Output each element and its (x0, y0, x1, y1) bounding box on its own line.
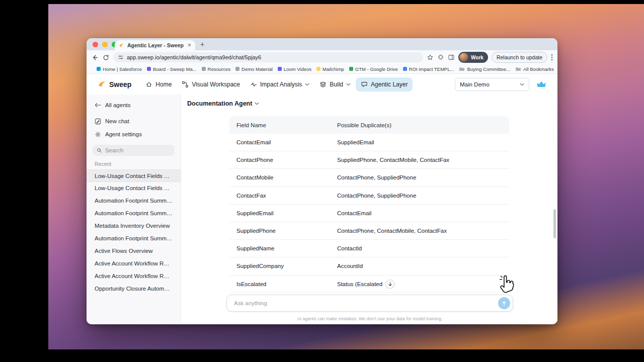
bookmark-star-icon[interactable] (427, 54, 434, 61)
new-tab-button[interactable]: + (200, 40, 204, 48)
tab-strip: Agentic Layer - Sweep × + (87, 38, 557, 50)
field-name-cell: ContactEmail (229, 139, 330, 145)
bookmark-label: Loom Videos (284, 66, 311, 72)
bookmark-favicon-icon (147, 67, 151, 71)
tune-icon[interactable] (118, 54, 124, 60)
field-name-cell: ContactPhone (229, 157, 330, 163)
table-header-cell: Field Name (229, 122, 330, 128)
scrollbar-thumb[interactable] (553, 209, 556, 238)
browser-menu-icon[interactable] (551, 54, 553, 61)
sidebar-recent-item[interactable]: Low-Usage Contact Fields Analysis (87, 169, 181, 182)
all-bookmarks-button[interactable]: All Bookmarks (515, 66, 554, 72)
sidebar-recent-item[interactable]: Opportunity Closure Automations (87, 283, 181, 295)
bookmark-item[interactable]: Home | Salesforce (97, 66, 142, 72)
bookmark-item[interactable]: Mailchimp (316, 66, 344, 72)
sidebar: All agents New chat Agent settings Recen… (87, 95, 181, 324)
sidebar-recent-item[interactable]: Automation Footprint Summary (87, 232, 181, 245)
duplicates-cell: Status (Escalated (330, 280, 509, 289)
chevron-down-icon (305, 83, 309, 86)
bookmark-label: Home | Salesforce (103, 66, 142, 72)
chat-composer (226, 295, 513, 312)
bookmark-item[interactable]: Board - Sweep Ma... (147, 66, 197, 72)
sidebar-recent-item[interactable]: Metadata Inventory Overview (87, 220, 181, 232)
window-minimize-button[interactable] (102, 42, 108, 47)
screen: Agentic Layer - Sweep × + app.sweep.io/a… (0, 0, 644, 362)
tab-close-icon[interactable]: × (188, 42, 191, 48)
table-row: SuppliedPhoneContactPhone, ContactMobile… (229, 222, 509, 240)
avatar (459, 53, 468, 62)
home-icon (145, 81, 152, 88)
extensions-puzzle-icon[interactable] (437, 54, 444, 61)
nav-label: Build (330, 81, 343, 88)
all-bookmarks-label: All Bookmarks (523, 66, 554, 72)
environment-label: Main Demo (460, 81, 490, 87)
field-name-cell: SuppliedPhone (229, 228, 330, 234)
browser-tab[interactable]: Agentic Layer - Sweep × (115, 40, 195, 50)
profile-name: Work (471, 55, 484, 60)
new-chat-button[interactable]: New chat (87, 115, 181, 128)
duplicates-text: Status (Escalated (337, 281, 382, 287)
bookmark-favicon-icon (278, 67, 282, 71)
agent-settings-button[interactable]: Agent settings (87, 128, 181, 141)
nav-item-impact-analysis[interactable]: Impact Analysis (245, 77, 314, 92)
duplicates-cell: ContactId (330, 245, 509, 251)
duplicates-cell: ContactPhone, SuppliedPhone (330, 193, 509, 199)
field-name-cell: SuppliedCompany (229, 263, 330, 269)
nav-label: Impact Analysis (260, 81, 302, 88)
nav-item-visual-workspace[interactable]: Visual Workspace (177, 77, 245, 92)
bookmark-favicon-icon (316, 67, 320, 71)
sidebar-recent-item[interactable]: Automation Footprint Summary (87, 207, 181, 220)
bookmark-item[interactable]: Resources (202, 66, 230, 72)
window-close-button[interactable] (93, 42, 98, 47)
bookmark-favicon-icon (235, 67, 239, 71)
send-button[interactable] (498, 297, 510, 309)
duplicates-cell: ContactPhone, SuppliedPhone (330, 174, 509, 180)
browser-profile-chip[interactable]: Work (458, 52, 488, 63)
new-chat-label: New chat (105, 118, 129, 124)
bookmark-item[interactable]: ROI impact TEMPL... (403, 66, 454, 72)
search-input[interactable] (105, 147, 171, 153)
bookmark-label: GTM - Google Drive (355, 66, 398, 72)
ask-anything-input[interactable] (234, 300, 498, 306)
chevron-down-icon (520, 83, 524, 86)
nav-item-agentic-layer[interactable]: Agentic Layer (356, 77, 413, 92)
bookmark-label: Demo Material (242, 66, 273, 72)
relaunch-to-update-button[interactable]: Relaunch to update (492, 52, 547, 63)
field-name-cell: SuppliedEmail (229, 210, 330, 216)
scroll-to-bottom-button[interactable] (385, 280, 394, 289)
bookmark-favicon-icon (403, 67, 407, 71)
bookmark-item[interactable]: Demo Material (235, 66, 273, 72)
new-chat-icon (95, 118, 101, 125)
bookmarks-bar: Home | Salesforce Board - Sweep Ma... Re… (87, 64, 557, 74)
bookmark-label: Board - Sweep Ma... (153, 66, 197, 72)
field-name-cell: ContactMobile (229, 174, 330, 180)
table-header-row: Field Name Possible Duplicate(s) (229, 116, 509, 134)
field-name-cell: SuppliedName (229, 245, 330, 251)
sidebar-recent-item[interactable]: Active Account Workflow Rules (87, 257, 181, 270)
crown-icon[interactable] (536, 80, 546, 88)
back-icon[interactable] (91, 54, 99, 61)
reload-icon[interactable] (102, 54, 110, 61)
agent-title-dropdown[interactable]: Documentation Agent (187, 100, 259, 107)
bookmark-item[interactable]: GTM - Google Drive (349, 66, 398, 72)
url-text: app.sweep.io/agentic/dalwlt/agent/qma9ed… (127, 54, 261, 60)
nav-item-home[interactable]: Home (140, 77, 177, 92)
sweep-logo[interactable]: Sweep (98, 80, 131, 89)
nav-item-build[interactable]: Build (314, 77, 356, 92)
sidebar-recent-item[interactable]: Active Flows Overview (87, 245, 181, 257)
window-controls (93, 42, 117, 47)
sidebar-recent-item[interactable]: Automation Footprint Summary (87, 195, 181, 207)
environment-select[interactable]: Main Demo (455, 78, 529, 91)
sidebar-recent-item[interactable]: Active Account Workflow Rules (87, 270, 181, 283)
chevron-down-icon (255, 102, 259, 105)
duplicates-cell: ContactEmail (330, 210, 509, 216)
bookmark-item[interactable]: Loom Videos (278, 66, 311, 72)
sweep-favicon-icon (119, 43, 124, 48)
duplicates-cell: SuppliedPhone, ContactMobile, ContactFax (330, 157, 509, 163)
bookmark-item[interactable]: Buying Committee... (459, 66, 510, 72)
address-bar[interactable]: app.sweep.io/agentic/dalwlt/agent/qma9ed… (113, 52, 423, 62)
side-panel-icon[interactable] (448, 54, 455, 61)
sweep-logo-icon (98, 80, 107, 89)
all-agents-back-button[interactable]: All agents (87, 99, 181, 112)
sidebar-recent-item[interactable]: Low-Usage Contact Fields Analysis (87, 182, 181, 195)
